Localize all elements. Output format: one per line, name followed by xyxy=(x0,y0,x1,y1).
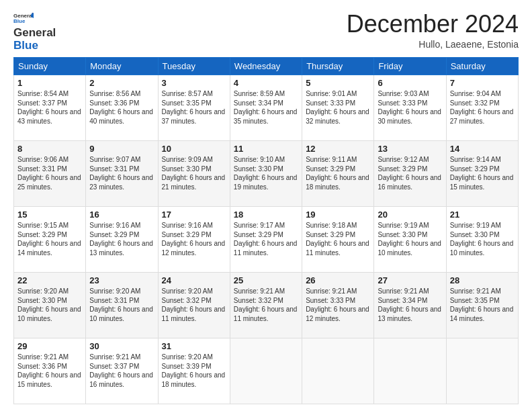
day-number: 15 xyxy=(17,210,82,220)
col-thursday: Thursday xyxy=(302,58,374,75)
day-info: Sunrise: 9:21 AMSunset: 3:34 PMDaylight:… xyxy=(378,287,442,323)
day-info: Sunrise: 9:12 AMSunset: 3:29 PMDaylight:… xyxy=(378,155,442,191)
day-number: 3 xyxy=(162,78,226,88)
day-info: Sunrise: 9:06 AMSunset: 3:31 PMDaylight:… xyxy=(17,155,82,191)
day-number: 16 xyxy=(89,210,154,220)
table-row xyxy=(374,338,446,404)
table-row: 2Sunrise: 8:56 AMSunset: 3:36 PMDaylight… xyxy=(86,75,158,141)
day-info: Sunrise: 9:16 AMSunset: 3:29 PMDaylight:… xyxy=(89,221,154,257)
table-row: 21Sunrise: 9:19 AMSunset: 3:30 PMDayligh… xyxy=(446,207,518,273)
day-info: Sunrise: 9:18 AMSunset: 3:29 PMDaylight:… xyxy=(306,221,370,257)
table-row: 9Sunrise: 9:07 AMSunset: 3:31 PMDaylight… xyxy=(86,141,158,207)
calendar-week-2: 8Sunrise: 9:06 AMSunset: 3:31 PMDaylight… xyxy=(14,141,519,207)
day-number: 22 xyxy=(17,275,82,285)
month-title: December 2024 xyxy=(347,11,519,38)
table-row: 15Sunrise: 9:15 AMSunset: 3:29 PMDayligh… xyxy=(14,207,86,273)
day-info: Sunrise: 9:21 AMSunset: 3:37 PMDaylight:… xyxy=(89,353,154,389)
svg-text:Blue: Blue xyxy=(13,18,26,24)
day-number: 2 xyxy=(89,78,154,88)
logo-icon: General Blue xyxy=(13,12,34,24)
page: General Blue General Blue December 2024 … xyxy=(0,0,532,411)
calendar-week-4: 22Sunrise: 9:20 AMSunset: 3:30 PMDayligh… xyxy=(14,273,519,338)
table-row: 5Sunrise: 9:01 AMSunset: 3:33 PMDaylight… xyxy=(302,75,374,141)
logo: General Blue General Blue xyxy=(13,11,56,52)
table-row: 20Sunrise: 9:19 AMSunset: 3:30 PMDayligh… xyxy=(374,207,446,273)
day-info: Sunrise: 9:21 AMSunset: 3:36 PMDaylight:… xyxy=(17,353,82,389)
day-number: 30 xyxy=(89,341,154,351)
day-number: 4 xyxy=(234,78,298,88)
day-number: 1 xyxy=(17,78,82,88)
table-row: 19Sunrise: 9:18 AMSunset: 3:29 PMDayligh… xyxy=(302,207,374,273)
table-row: 17Sunrise: 9:16 AMSunset: 3:29 PMDayligh… xyxy=(158,207,230,273)
day-number: 25 xyxy=(234,275,298,285)
day-info: Sunrise: 9:20 AMSunset: 3:39 PMDaylight:… xyxy=(162,353,226,389)
table-row: 14Sunrise: 9:14 AMSunset: 3:29 PMDayligh… xyxy=(446,141,518,207)
table-row: 8Sunrise: 9:06 AMSunset: 3:31 PMDaylight… xyxy=(14,141,86,207)
calendar-week-5: 29Sunrise: 9:21 AMSunset: 3:36 PMDayligh… xyxy=(14,338,519,404)
calendar-week-1: 1Sunrise: 8:54 AMSunset: 3:37 PMDaylight… xyxy=(14,75,519,141)
day-number: 6 xyxy=(378,78,442,88)
day-number: 17 xyxy=(162,210,226,220)
table-row: 12Sunrise: 9:11 AMSunset: 3:29 PMDayligh… xyxy=(302,141,374,207)
title-block: December 2024 Hullo, Laeaene, Estonia xyxy=(347,11,519,50)
col-sunday: Sunday xyxy=(14,58,86,75)
table-row: 23Sunrise: 9:20 AMSunset: 3:31 PMDayligh… xyxy=(86,273,158,338)
day-info: Sunrise: 9:21 AMSunset: 3:35 PMDaylight:… xyxy=(450,287,515,323)
col-wednesday: Wednesday xyxy=(230,58,302,75)
day-number: 14 xyxy=(450,144,515,154)
col-monday: Monday xyxy=(86,58,158,75)
table-row: 26Sunrise: 9:21 AMSunset: 3:33 PMDayligh… xyxy=(302,273,374,338)
calendar-header-row: Sunday Monday Tuesday Wednesday Thursday… xyxy=(14,58,519,75)
day-number: 7 xyxy=(450,78,515,88)
day-info: Sunrise: 9:17 AMSunset: 3:29 PMDaylight:… xyxy=(234,221,298,257)
day-number: 23 xyxy=(89,275,154,285)
day-info: Sunrise: 9:09 AMSunset: 3:30 PMDaylight:… xyxy=(162,155,226,191)
day-info: Sunrise: 9:14 AMSunset: 3:29 PMDaylight:… xyxy=(450,155,515,191)
day-info: Sunrise: 9:20 AMSunset: 3:31 PMDaylight:… xyxy=(89,287,154,323)
day-number: 12 xyxy=(306,144,370,154)
day-number: 13 xyxy=(378,144,442,154)
table-row: 4Sunrise: 8:59 AMSunset: 3:34 PMDaylight… xyxy=(230,75,302,141)
table-row: 31Sunrise: 9:20 AMSunset: 3:39 PMDayligh… xyxy=(158,338,230,404)
day-info: Sunrise: 9:03 AMSunset: 3:33 PMDaylight:… xyxy=(378,89,442,126)
calendar-table: Sunday Monday Tuesday Wednesday Thursday… xyxy=(13,57,519,404)
day-info: Sunrise: 9:21 AMSunset: 3:33 PMDaylight:… xyxy=(306,287,370,323)
table-row xyxy=(302,338,374,404)
day-number: 20 xyxy=(378,210,442,220)
table-row: 10Sunrise: 9:09 AMSunset: 3:30 PMDayligh… xyxy=(158,141,230,207)
table-row xyxy=(230,338,302,404)
day-number: 29 xyxy=(17,341,82,351)
table-row: 28Sunrise: 9:21 AMSunset: 3:35 PMDayligh… xyxy=(446,273,518,338)
day-number: 9 xyxy=(89,144,154,154)
day-info: Sunrise: 9:20 AMSunset: 3:30 PMDaylight:… xyxy=(17,287,82,323)
day-number: 19 xyxy=(306,210,370,220)
day-info: Sunrise: 8:57 AMSunset: 3:35 PMDaylight:… xyxy=(162,89,226,126)
day-number: 5 xyxy=(306,78,370,88)
day-info: Sunrise: 9:04 AMSunset: 3:32 PMDaylight:… xyxy=(450,89,515,126)
day-info: Sunrise: 8:56 AMSunset: 3:36 PMDaylight:… xyxy=(89,89,154,126)
location: Hullo, Laeaene, Estonia xyxy=(347,39,519,50)
day-number: 26 xyxy=(306,275,370,285)
day-number: 21 xyxy=(450,210,515,220)
logo-blue: Blue xyxy=(13,39,38,52)
day-number: 28 xyxy=(450,275,515,285)
day-info: Sunrise: 9:19 AMSunset: 3:30 PMDaylight:… xyxy=(450,221,515,257)
table-row: 27Sunrise: 9:21 AMSunset: 3:34 PMDayligh… xyxy=(374,273,446,338)
day-number: 10 xyxy=(162,144,226,154)
day-number: 8 xyxy=(17,144,82,154)
table-row: 3Sunrise: 8:57 AMSunset: 3:35 PMDaylight… xyxy=(158,75,230,141)
day-info: Sunrise: 9:11 AMSunset: 3:29 PMDaylight:… xyxy=(306,155,370,191)
table-row: 1Sunrise: 8:54 AMSunset: 3:37 PMDaylight… xyxy=(14,75,86,141)
day-number: 27 xyxy=(378,275,442,285)
day-info: Sunrise: 9:01 AMSunset: 3:33 PMDaylight:… xyxy=(306,89,370,126)
table-row xyxy=(446,338,518,404)
header: General Blue General Blue December 2024 … xyxy=(13,11,519,52)
col-tuesday: Tuesday xyxy=(158,58,230,75)
day-info: Sunrise: 9:07 AMSunset: 3:31 PMDaylight:… xyxy=(89,155,154,191)
day-info: Sunrise: 9:10 AMSunset: 3:30 PMDaylight:… xyxy=(234,155,298,191)
day-info: Sunrise: 9:15 AMSunset: 3:29 PMDaylight:… xyxy=(17,221,82,257)
table-row: 22Sunrise: 9:20 AMSunset: 3:30 PMDayligh… xyxy=(14,273,86,338)
day-number: 18 xyxy=(234,210,298,220)
col-friday: Friday xyxy=(374,58,446,75)
table-row: 18Sunrise: 9:17 AMSunset: 3:29 PMDayligh… xyxy=(230,207,302,273)
